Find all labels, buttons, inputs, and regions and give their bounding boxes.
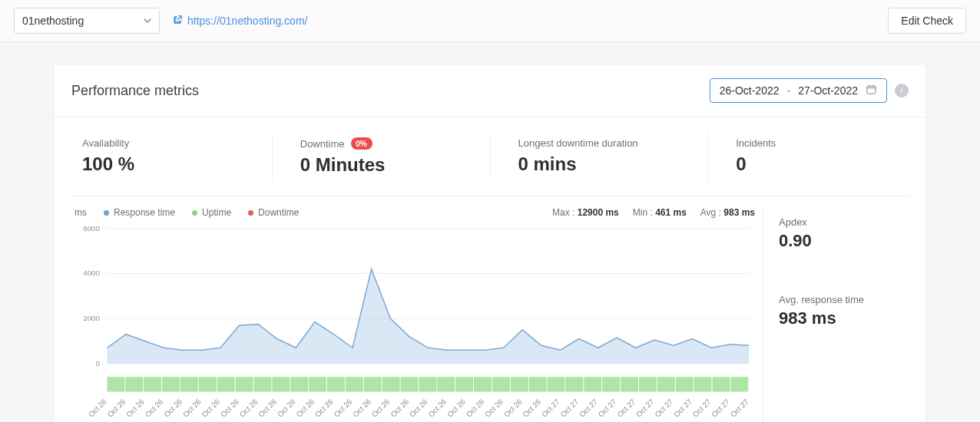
svg-text:Oct 26: Oct 26 — [257, 397, 278, 419]
legend-item-response: Response time — [104, 207, 175, 218]
svg-rect-35 — [584, 377, 601, 391]
metric-value: 0 Minutes — [300, 154, 462, 176]
svg-rect-23 — [364, 377, 382, 391]
response-time-chart[interactable]: 0200040006000Oct 26Oct 26Oct 26Oct 26Oct… — [71, 223, 755, 422]
svg-text:Oct 27: Oct 27 — [710, 397, 731, 419]
svg-rect-25 — [401, 377, 419, 391]
svg-rect-26 — [419, 377, 436, 391]
downtime-badge: 0% — [351, 137, 372, 150]
svg-text:Oct 26: Oct 26 — [106, 397, 127, 419]
edit-check-button[interactable]: Edit Check — [888, 8, 966, 34]
svg-text:6000: 6000 — [83, 224, 99, 232]
svg-rect-28 — [455, 377, 473, 391]
svg-text:Oct 26: Oct 26 — [313, 397, 335, 419]
stat-max: Max : 12900 ms — [552, 207, 619, 218]
svg-rect-12 — [162, 377, 180, 391]
side-metric-apdex: Apdex 0.90 — [777, 207, 909, 268]
svg-rect-36 — [602, 377, 620, 391]
legend-dot-icon — [104, 210, 109, 216]
metric-downtime: Downtime 0% 0 Minutes — [273, 133, 491, 180]
metric-longest-downtime: Longest downtime duration 0 mins — [491, 133, 709, 180]
legend-dot-icon — [248, 210, 253, 216]
svg-rect-37 — [621, 377, 638, 391]
site-select[interactable]: 01nethosting — [14, 8, 160, 34]
info-icon[interactable]: i — [895, 84, 909, 97]
svg-text:Oct 26: Oct 26 — [389, 397, 410, 419]
svg-text:Oct 26: Oct 26 — [370, 397, 392, 419]
svg-rect-15 — [217, 377, 235, 391]
chart-side-column: Apdex 0.90 Avg. response time 983 ms — [763, 207, 909, 422]
svg-text:Oct 26: Oct 26 — [124, 397, 146, 419]
svg-rect-11 — [144, 377, 161, 391]
svg-rect-33 — [548, 377, 565, 391]
svg-text:Oct 27: Oct 27 — [691, 397, 713, 419]
topbar: 01nethosting https://01nethosting.com/ E… — [0, 0, 980, 42]
svg-rect-27 — [437, 377, 455, 391]
metric-label: Availability — [82, 137, 244, 149]
svg-text:Oct 26: Oct 26 — [276, 397, 297, 419]
legend-item-uptime: Uptime — [192, 207, 231, 218]
svg-text:Oct 26: Oct 26 — [294, 397, 316, 419]
metric-label: Downtime 0% — [300, 137, 462, 150]
metric-value: 100 % — [82, 153, 244, 175]
chart-column: ms Response time Uptime Downtime Max : 1… — [71, 207, 755, 422]
y-axis-unit: ms — [74, 207, 87, 218]
svg-text:Oct 26: Oct 26 — [502, 397, 524, 419]
svg-text:Oct 26: Oct 26 — [521, 397, 542, 419]
svg-text:Oct 26: Oct 26 — [144, 397, 165, 419]
svg-text:Oct 27: Oct 27 — [597, 397, 618, 419]
svg-text:Oct 27: Oct 27 — [559, 397, 581, 419]
stat-min: Min : 461 ms — [633, 207, 687, 218]
site-url-link[interactable]: https://01nethosting.com/ — [172, 15, 307, 28]
svg-rect-38 — [639, 377, 657, 391]
svg-rect-21 — [327, 377, 345, 391]
svg-rect-41 — [694, 377, 712, 391]
svg-rect-9 — [107, 377, 124, 391]
performance-panel: Performance metrics 26-Oct-2022 - 27-Oct… — [54, 64, 926, 422]
date-to: 27-Oct-2022 — [798, 84, 858, 97]
svg-rect-40 — [676, 377, 694, 391]
svg-rect-30 — [492, 377, 510, 391]
svg-text:Oct 26: Oct 26 — [87, 397, 108, 419]
svg-text:Oct 27: Oct 27 — [672, 397, 694, 419]
svg-text:Oct 27: Oct 27 — [615, 397, 637, 419]
svg-text:Oct 27: Oct 27 — [540, 397, 561, 419]
svg-text:0: 0 — [95, 359, 99, 368]
chart-legend: ms Response time Uptime Downtime — [74, 207, 299, 218]
svg-text:Oct 26: Oct 26 — [426, 397, 448, 419]
svg-rect-32 — [529, 377, 547, 391]
svg-rect-16 — [236, 377, 253, 391]
svg-rect-0 — [867, 86, 876, 94]
svg-rect-39 — [657, 377, 675, 391]
side-label: Avg. response time — [779, 294, 909, 305]
svg-text:Oct 26: Oct 26 — [445, 397, 467, 419]
svg-rect-13 — [180, 377, 198, 391]
svg-rect-18 — [272, 377, 290, 391]
side-metric-art: Avg. response time 983 ms — [777, 285, 909, 345]
svg-text:4000: 4000 — [83, 269, 99, 277]
stat-avg: Avg : 983 ms — [700, 207, 755, 218]
chart-stats: Max : 12900 ms Min : 461 ms Avg : 983 ms — [552, 207, 755, 218]
metric-value: 0 mins — [518, 153, 680, 175]
metric-availability: Availability 100 % — [55, 133, 273, 180]
svg-rect-31 — [511, 377, 528, 391]
svg-rect-43 — [730, 377, 748, 391]
svg-text:2000: 2000 — [83, 314, 99, 322]
site-select-value: 01nethosting — [22, 15, 84, 27]
svg-rect-34 — [565, 377, 583, 391]
svg-text:Oct 26: Oct 26 — [162, 397, 184, 419]
date-from: 26-Oct-2022 — [720, 84, 780, 97]
date-range-picker[interactable]: 26-Oct-2022 - 27-Oct-2022 — [710, 78, 887, 103]
legend-dot-icon — [192, 210, 197, 216]
svg-text:Oct 27: Oct 27 — [634, 397, 656, 419]
svg-rect-10 — [125, 377, 143, 391]
metric-value: 0 — [736, 153, 898, 175]
date-separator: - — [787, 84, 791, 97]
side-label: Apdex — [779, 216, 909, 228]
calendar-icon — [866, 84, 877, 97]
panel-header-right: 26-Oct-2022 - 27-Oct-2022 i — [710, 78, 909, 103]
external-link-icon — [172, 15, 183, 28]
svg-text:Oct 26: Oct 26 — [238, 397, 260, 419]
svg-text:Oct 26: Oct 26 — [465, 397, 486, 419]
chart-section: ms Response time Uptime Downtime Max : 1… — [55, 196, 925, 422]
